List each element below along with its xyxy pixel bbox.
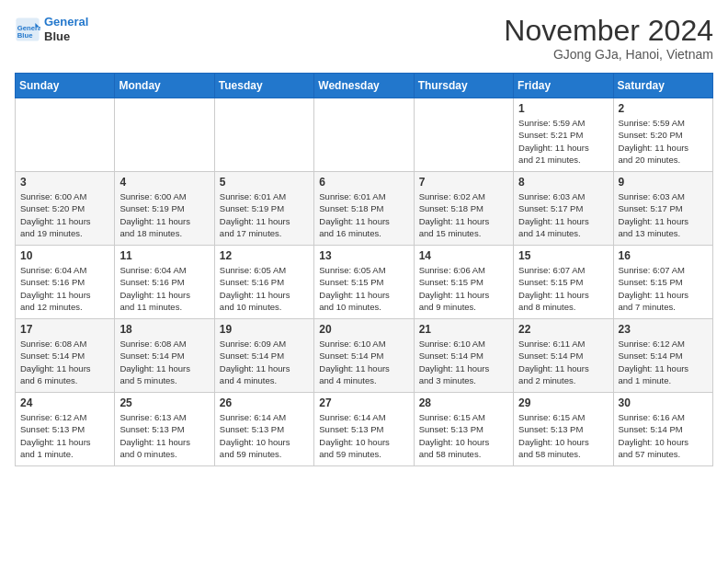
empty-cell (314, 98, 414, 172)
day-info: Sunrise: 6:06 AMSunset: 5:15 PMDaylight:… (419, 264, 508, 313)
calendar-day: 10Sunrise: 6:04 AMSunset: 5:16 PMDayligh… (16, 246, 115, 319)
calendar-day: 26Sunrise: 6:14 AMSunset: 5:13 PMDayligh… (214, 393, 313, 466)
day-info: Sunrise: 6:07 AMSunset: 5:15 PMDaylight:… (518, 264, 608, 313)
svg-text:Blue: Blue (17, 31, 33, 40)
day-info: Sunrise: 6:09 AMSunset: 5:14 PMDaylight:… (220, 338, 309, 386)
calendar-day: 12Sunrise: 6:05 AMSunset: 5:16 PMDayligh… (214, 246, 313, 319)
day-number: 15 (518, 249, 608, 262)
page-header: General Blue GeneralBlue November 2024 G… (15, 15, 713, 62)
day-info: Sunrise: 6:00 AMSunset: 5:20 PMDaylight:… (20, 190, 109, 239)
day-number: 5 (220, 176, 309, 189)
weekday-header: Wednesday (314, 74, 414, 98)
calendar-table: SundayMondayTuesdayWednesdayThursdayFrid… (15, 73, 713, 466)
calendar-day: 23Sunrise: 6:12 AMSunset: 5:14 PMDayligh… (613, 319, 712, 393)
day-info: Sunrise: 6:08 AMSunset: 5:14 PMDaylight:… (119, 338, 209, 386)
day-info: Sunrise: 6:07 AMSunset: 5:15 PMDaylight:… (619, 264, 708, 313)
day-info: Sunrise: 6:05 AMSunset: 5:16 PMDaylight:… (220, 264, 309, 313)
calendar-day: 21Sunrise: 6:10 AMSunset: 5:14 PMDayligh… (414, 319, 513, 393)
day-info: Sunrise: 6:00 AMSunset: 5:19 PMDaylight:… (119, 190, 209, 239)
logo: General Blue GeneralBlue (15, 15, 88, 43)
calendar-day: 16Sunrise: 6:07 AMSunset: 5:15 PMDayligh… (613, 246, 712, 319)
day-number: 28 (419, 396, 508, 409)
day-number: 3 (20, 176, 109, 189)
calendar-day: 22Sunrise: 6:11 AMSunset: 5:14 PMDayligh… (514, 319, 613, 393)
calendar-day: 24Sunrise: 6:12 AMSunset: 5:13 PMDayligh… (16, 393, 115, 466)
calendar-day: 15Sunrise: 6:07 AMSunset: 5:15 PMDayligh… (514, 246, 613, 319)
logo-icon: General Blue (15, 17, 40, 42)
day-info: Sunrise: 6:02 AMSunset: 5:18 PMDaylight:… (419, 190, 508, 239)
calendar-day: 14Sunrise: 6:06 AMSunset: 5:15 PMDayligh… (414, 246, 513, 319)
calendar-day: 19Sunrise: 6:09 AMSunset: 5:14 PMDayligh… (214, 319, 313, 393)
day-number: 10 (20, 249, 109, 262)
day-number: 9 (619, 176, 708, 189)
day-info: Sunrise: 6:13 AMSunset: 5:13 PMDaylight:… (119, 411, 209, 460)
empty-cell (16, 98, 115, 172)
day-number: 13 (319, 249, 408, 262)
day-info: Sunrise: 6:03 AMSunset: 5:17 PMDaylight:… (619, 190, 708, 239)
day-info: Sunrise: 6:04 AMSunset: 5:16 PMDaylight:… (119, 264, 209, 313)
day-number: 24 (20, 396, 109, 409)
day-number: 17 (20, 323, 109, 336)
calendar-day: 6Sunrise: 6:01 AMSunset: 5:18 PMDaylight… (314, 172, 414, 246)
day-number: 26 (220, 396, 309, 409)
day-number: 16 (619, 249, 708, 262)
day-info: Sunrise: 6:16 AMSunset: 5:14 PMDaylight:… (619, 411, 708, 460)
day-number: 30 (619, 396, 708, 409)
day-number: 2 (619, 102, 708, 115)
weekday-header: Thursday (414, 74, 513, 98)
day-info: Sunrise: 5:59 AMSunset: 5:21 PMDaylight:… (518, 117, 608, 166)
day-info: Sunrise: 6:01 AMSunset: 5:19 PMDaylight:… (220, 190, 309, 239)
day-number: 1 (518, 102, 608, 115)
day-info: Sunrise: 6:05 AMSunset: 5:15 PMDaylight:… (319, 264, 408, 313)
day-number: 29 (518, 396, 608, 409)
calendar-day: 7Sunrise: 6:02 AMSunset: 5:18 PMDaylight… (414, 172, 513, 246)
weekday-header: Friday (514, 74, 613, 98)
day-number: 19 (220, 323, 309, 336)
calendar-day: 8Sunrise: 6:03 AMSunset: 5:17 PMDaylight… (514, 172, 613, 246)
calendar-day: 29Sunrise: 6:15 AMSunset: 5:13 PMDayligh… (514, 393, 613, 466)
calendar-day: 25Sunrise: 6:13 AMSunset: 5:13 PMDayligh… (115, 393, 214, 466)
day-number: 18 (119, 323, 209, 336)
month-title: November 2024 (504, 15, 713, 47)
day-number: 11 (119, 249, 209, 262)
day-info: Sunrise: 6:15 AMSunset: 5:13 PMDaylight:… (419, 411, 508, 460)
calendar-day: 9Sunrise: 6:03 AMSunset: 5:17 PMDaylight… (613, 172, 712, 246)
day-info: Sunrise: 6:12 AMSunset: 5:14 PMDaylight:… (619, 338, 708, 386)
title-area: November 2024 GJong GJa, Hanoi, Vietnam (504, 15, 713, 62)
empty-cell (214, 98, 313, 172)
day-info: Sunrise: 6:01 AMSunset: 5:18 PMDaylight:… (319, 190, 408, 239)
calendar-day: 17Sunrise: 6:08 AMSunset: 5:14 PMDayligh… (16, 319, 115, 393)
day-info: Sunrise: 6:14 AMSunset: 5:13 PMDaylight:… (319, 411, 408, 460)
day-number: 22 (518, 323, 608, 336)
day-number: 20 (319, 323, 408, 336)
day-number: 8 (518, 176, 608, 189)
day-number: 25 (119, 396, 209, 409)
day-info: Sunrise: 6:11 AMSunset: 5:14 PMDaylight:… (518, 338, 608, 386)
location: GJong GJa, Hanoi, Vietnam (504, 47, 713, 62)
day-number: 6 (319, 176, 408, 189)
calendar-day: 28Sunrise: 6:15 AMSunset: 5:13 PMDayligh… (414, 393, 513, 466)
day-number: 23 (619, 323, 708, 336)
day-info: Sunrise: 6:14 AMSunset: 5:13 PMDaylight:… (220, 411, 309, 460)
day-number: 12 (220, 249, 309, 262)
calendar-day: 18Sunrise: 6:08 AMSunset: 5:14 PMDayligh… (115, 319, 214, 393)
calendar-day: 4Sunrise: 6:00 AMSunset: 5:19 PMDaylight… (115, 172, 214, 246)
weekday-header: Monday (115, 74, 214, 98)
day-info: Sunrise: 6:15 AMSunset: 5:13 PMDaylight:… (518, 411, 608, 460)
empty-cell (414, 98, 513, 172)
calendar-day: 13Sunrise: 6:05 AMSunset: 5:15 PMDayligh… (314, 246, 414, 319)
logo-text: GeneralBlue (44, 15, 88, 43)
day-number: 7 (419, 176, 508, 189)
calendar-day: 11Sunrise: 6:04 AMSunset: 5:16 PMDayligh… (115, 246, 214, 319)
day-number: 14 (419, 249, 508, 262)
weekday-header: Sunday (16, 74, 115, 98)
day-number: 21 (419, 323, 508, 336)
day-number: 27 (319, 396, 408, 409)
weekday-header: Saturday (613, 74, 712, 98)
day-info: Sunrise: 6:10 AMSunset: 5:14 PMDaylight:… (419, 338, 508, 386)
weekday-header: Tuesday (214, 74, 313, 98)
day-info: Sunrise: 6:10 AMSunset: 5:14 PMDaylight:… (319, 338, 408, 386)
day-info: Sunrise: 6:12 AMSunset: 5:13 PMDaylight:… (20, 411, 109, 460)
calendar-day: 27Sunrise: 6:14 AMSunset: 5:13 PMDayligh… (314, 393, 414, 466)
day-info: Sunrise: 6:08 AMSunset: 5:14 PMDaylight:… (20, 338, 109, 386)
